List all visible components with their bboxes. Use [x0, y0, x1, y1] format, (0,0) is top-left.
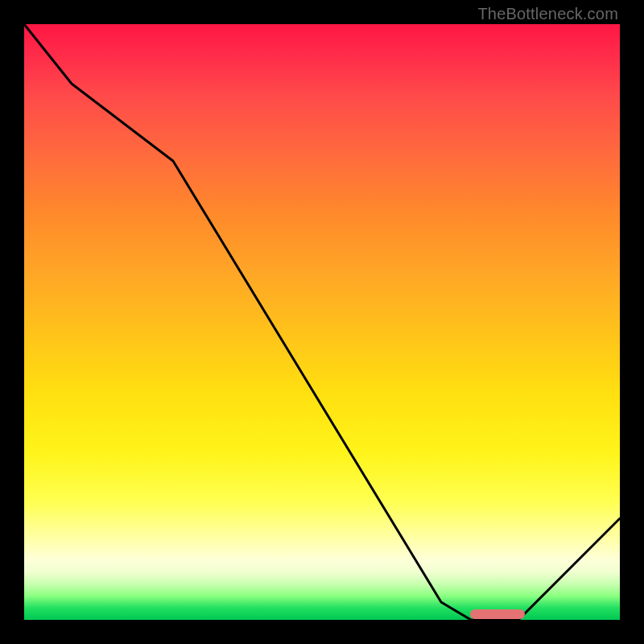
- attribution-text: TheBottleneck.com: [477, 5, 618, 23]
- plot-gradient-background: [24, 24, 620, 620]
- chart-container: TheBottleneck.com: [0, 0, 644, 644]
- optimal-range-marker: [470, 609, 525, 619]
